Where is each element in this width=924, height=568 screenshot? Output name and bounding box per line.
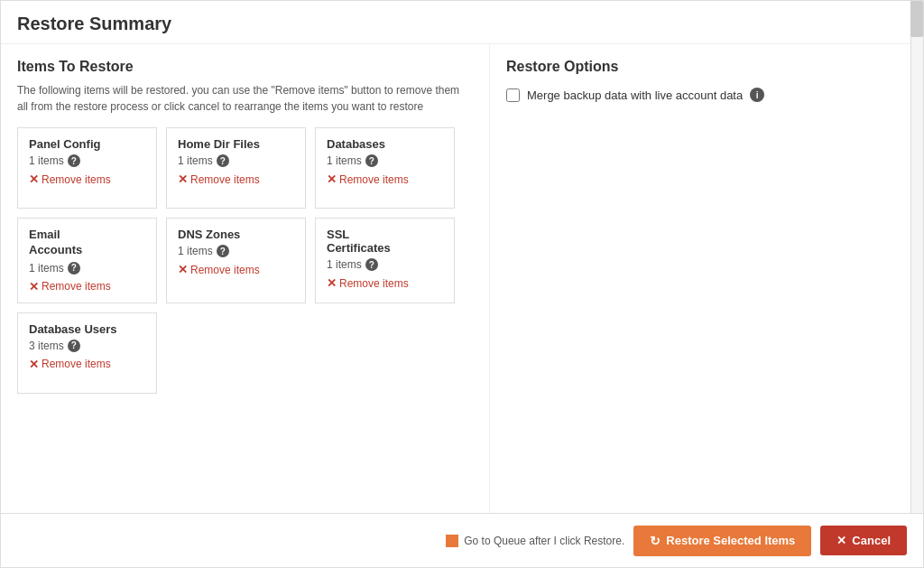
cancel-button-label: Cancel xyxy=(852,534,891,547)
count-text-databases: 1 items xyxy=(327,154,362,167)
merge-option-label: Merge backup data with live account data xyxy=(527,88,743,102)
count-text-dns-zones: 1 items xyxy=(178,245,213,257)
restore-button-label: Restore Selected Items xyxy=(666,534,795,547)
help-icon-dns-zones[interactable]: ? xyxy=(217,245,229,257)
item-card-database-users: Database Users 3 items ? ✕ Remove items xyxy=(17,312,157,394)
merge-checkbox[interactable] xyxy=(506,88,520,102)
remove-button-email-accounts[interactable]: ✕ Remove items xyxy=(29,280,111,293)
item-name-panel-config: Panel Config xyxy=(29,137,145,151)
items-to-restore-panel: Items To Restore The following items wil… xyxy=(1,44,490,513)
item-name-databases: Databases xyxy=(327,137,443,151)
remove-label-panel-config: Remove items xyxy=(42,173,111,186)
modal-footer: Go to Queue after I click Restore. ↻ Res… xyxy=(1,513,923,567)
item-card-databases: Databases 1 items ? ✕ Remove items xyxy=(315,127,455,209)
modal-header: Restore Summary xyxy=(1,1,923,44)
queue-label: Go to Queue after I click Restore. xyxy=(464,535,624,547)
scrollbar-track[interactable] xyxy=(910,44,923,513)
count-text-ssl-certificates: 1 items xyxy=(327,258,362,271)
item-count-ssl-certificates: 1 items ? xyxy=(327,258,443,271)
item-count-home-dir-files: 1 items ? xyxy=(178,154,294,167)
items-description: The following items will be restored. yo… xyxy=(17,82,473,115)
x-icon-dns-zones: ✕ xyxy=(178,263,188,276)
modal-body: Items To Restore The following items wil… xyxy=(1,44,923,513)
item-count-databases: 1 items ? xyxy=(327,154,443,167)
queue-checkbox-indicator xyxy=(446,535,458,547)
x-icon-database-users: ✕ xyxy=(29,358,39,371)
remove-label-dns-zones: Remove items xyxy=(190,264,260,276)
item-card-dns-zones: DNS Zones 1 items ? ✕ Remove items xyxy=(166,218,306,303)
item-name-ssl-certificates: SSLCertificates xyxy=(327,228,443,255)
restore-selected-button[interactable]: ↻ Restore Selected Items xyxy=(633,526,811,556)
cancel-x-icon: ✕ xyxy=(836,534,846,547)
x-icon-ssl-certificates: ✕ xyxy=(327,276,337,290)
item-name-home-dir-files: Home Dir Files xyxy=(178,137,294,151)
merge-option-row: Merge backup data with live account data… xyxy=(506,88,907,102)
item-name-database-users: Database Users xyxy=(29,322,145,336)
remove-label-databases: Remove items xyxy=(339,173,409,186)
info-icon-merge[interactable]: i xyxy=(750,88,764,102)
item-name-dns-zones: DNS Zones xyxy=(178,228,294,241)
count-text-home-dir-files: 1 items xyxy=(178,154,213,167)
item-count-email-accounts: 1 items ? xyxy=(29,262,145,275)
remove-button-database-users[interactable]: ✕ Remove items xyxy=(29,358,111,371)
item-count-dns-zones: 1 items ? xyxy=(178,245,294,257)
x-icon-email-accounts: ✕ xyxy=(29,280,39,293)
help-icon-panel-config[interactable]: ? xyxy=(68,154,80,167)
item-card-home-dir-files: Home Dir Files 1 items ? ✕ Remove items xyxy=(166,127,306,209)
page-title: Restore Summary xyxy=(17,14,907,34)
cancel-button[interactable]: ✕ Cancel xyxy=(820,526,907,555)
modal-container: Restore Summary Items To Restore The fol… xyxy=(0,0,924,568)
restore-options-panel: Restore Options Merge backup data with l… xyxy=(490,44,923,513)
help-icon-databases[interactable]: ? xyxy=(365,154,378,167)
help-icon-home-dir-files[interactable]: ? xyxy=(217,154,229,167)
restore-icon: ↻ xyxy=(650,534,661,548)
remove-button-ssl-certificates[interactable]: ✕ Remove items xyxy=(327,276,409,290)
remove-label-home-dir-files: Remove items xyxy=(190,173,260,186)
remove-button-databases[interactable]: ✕ Remove items xyxy=(327,172,409,186)
item-count-panel-config: 1 items ? xyxy=(29,154,145,167)
x-icon-panel-config: ✕ xyxy=(29,172,39,186)
items-section-title: Items To Restore xyxy=(17,59,473,75)
count-text-email-accounts: 1 items xyxy=(29,262,64,275)
item-name-email-accounts: EmailAccounts xyxy=(29,228,145,258)
item-card-email-accounts: EmailAccounts 1 items ? ✕ Remove items xyxy=(17,218,157,303)
help-icon-email-accounts[interactable]: ? xyxy=(68,262,80,275)
help-icon-ssl-certificates[interactable]: ? xyxy=(365,258,378,271)
item-count-database-users: 3 items ? xyxy=(29,340,145,352)
items-grid: Panel Config 1 items ? ✕ Remove items Ho… xyxy=(17,127,473,394)
remove-button-dns-zones[interactable]: ✕ Remove items xyxy=(178,263,260,276)
help-icon-database-users[interactable]: ? xyxy=(68,340,80,352)
remove-label-email-accounts: Remove items xyxy=(42,280,111,293)
remove-label-ssl-certificates: Remove items xyxy=(339,277,409,290)
remove-label-database-users: Remove items xyxy=(42,358,111,370)
item-card-ssl-certificates: SSLCertificates 1 items ? ✕ Remove items xyxy=(315,218,455,303)
remove-button-panel-config[interactable]: ✕ Remove items xyxy=(29,172,111,186)
count-text-database-users: 3 items xyxy=(29,340,64,352)
item-card-panel-config: Panel Config 1 items ? ✕ Remove items xyxy=(17,127,157,209)
count-text-panel-config: 1 items xyxy=(29,154,64,167)
x-icon-databases: ✕ xyxy=(327,172,337,186)
remove-button-home-dir-files[interactable]: ✕ Remove items xyxy=(178,172,260,186)
x-icon-home-dir-files: ✕ xyxy=(178,172,188,186)
queue-option: Go to Queue after I click Restore. xyxy=(446,535,624,547)
restore-options-title: Restore Options xyxy=(506,59,907,75)
